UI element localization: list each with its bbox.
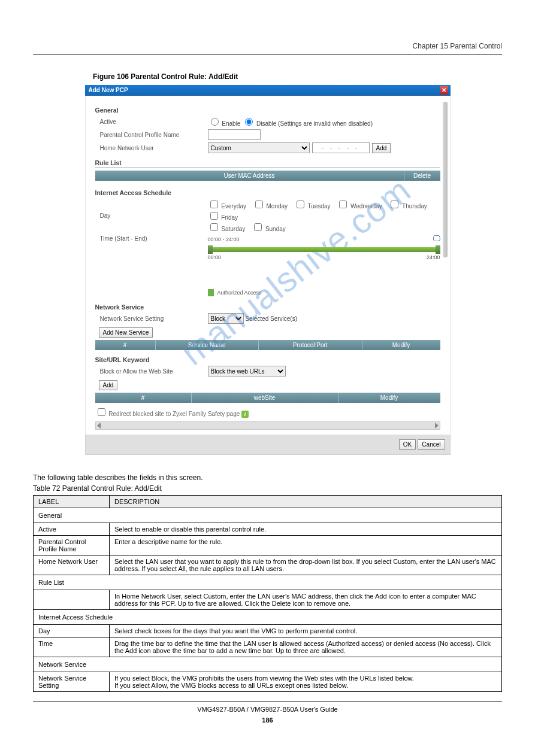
service-setting-select[interactable]: Block <box>208 313 244 324</box>
time-handle-right[interactable] <box>436 245 440 254</box>
home-user-select[interactable]: Custom <box>208 142 310 153</box>
profile-name-label: Parental Control Profile Name <box>95 132 208 138</box>
active-enable-radio[interactable] <box>211 118 219 126</box>
cancel-button[interactable]: Cancel <box>418 439 445 450</box>
top-rule <box>33 54 502 54</box>
scroll-left-icon[interactable] <box>97 423 101 429</box>
day-sunday-checkbox[interactable] <box>254 223 262 231</box>
section-rule-list: Rule List <box>95 159 440 168</box>
section-schedule: Internet Access Schedule <box>95 189 440 196</box>
scrollbar-thumb[interactable] <box>443 102 448 257</box>
time-track <box>208 247 440 252</box>
time-label: Time (Start - End) <box>95 235 208 242</box>
redirect-checkbox[interactable] <box>98 408 105 416</box>
figure-caption: Figure 106 Parental Control Rule: Add/Ed… <box>93 72 502 81</box>
block-allow-label: Block or Allow the Web Site <box>95 368 208 375</box>
row-home-user: Home Network User Custom Add <box>95 142 440 153</box>
dialog-footer: OK Cancel <box>85 435 451 455</box>
active-label: Active <box>95 119 208 125</box>
info-icon[interactable]: i <box>241 411 249 418</box>
add-timebar-icon[interactable]: 🖵 <box>433 234 440 243</box>
row-day: Day Everyday Monday Tuesday Wednesday Th… <box>95 199 440 233</box>
day-thursday-checkbox[interactable] <box>391 201 398 208</box>
scroll-right-icon[interactable] <box>435 423 439 429</box>
row-time: Time (Start - End) 00:00 - 24:00 🖵 00:00… <box>95 235 440 296</box>
profile-name-input[interactable] <box>208 129 261 140</box>
service-th-modify: Modify <box>362 340 440 350</box>
active-enable-text: Enable <box>222 120 240 127</box>
row-service-setting: Network Service Setting Block Selected S… <box>95 313 440 324</box>
service-th-num: # <box>95 340 156 350</box>
auth-access-text: Authorized Access <box>217 290 262 296</box>
close-icon[interactable]: ✕ <box>440 86 448 95</box>
site-th-modify: Modify <box>338 393 440 403</box>
dialog-title: Add New PCP <box>89 87 128 93</box>
bottom-rule <box>33 702 502 702</box>
th-label: LABEL <box>34 496 110 508</box>
description-table: LABEL DESCRIPTION General ActiveSelect t… <box>33 495 502 692</box>
row-section-service: Network Service <box>34 657 502 672</box>
horizontal-scrollbar[interactable] <box>95 421 440 430</box>
block-allow-select[interactable]: Block the web URLs <box>208 366 286 377</box>
row-time-c1: Time <box>34 637 110 657</box>
table-caption: Table 72 Parental Control Rule: Add/Edit <box>33 484 502 493</box>
day-tuesday-checkbox[interactable] <box>297 201 304 208</box>
row-rulelist-c2: In Home Network User, select Custom, ent… <box>110 590 502 610</box>
row-day-c1: Day <box>34 625 110 637</box>
active-disable-radio[interactable] <box>245 118 253 126</box>
row-block-allow: Block or Allow the Web Site Block the we… <box>95 366 440 377</box>
section-site-url: Site/URL Keyword <box>95 356 440 363</box>
section-general: General <box>95 107 440 114</box>
rule-list-th-delete: Delete <box>404 171 440 181</box>
row-profile-c2: Enter a descriptive name for the rule. <box>110 536 502 555</box>
footer-title: VMG4927-B50A / VMG9827-B50A User's Guide <box>197 706 337 713</box>
day-saturday-checkbox[interactable] <box>210 223 218 231</box>
day-saturday: Saturday <box>221 226 245 232</box>
row-section-rulelist: Rule List <box>34 575 502 590</box>
ok-button[interactable]: OK <box>399 439 416 450</box>
dialog: Add New PCP ✕ manualshive.com General Ac… <box>84 84 451 456</box>
page-number: 186 <box>262 716 273 724</box>
row-active-c2: Select to enable or disable this parenta… <box>110 523 502 536</box>
day-friday-checkbox[interactable] <box>210 212 218 220</box>
service-setting-suffix: Selected Service(s) <box>245 315 297 322</box>
service-th-name: Service Name <box>156 340 259 350</box>
add-mac-button[interactable]: Add <box>372 143 391 153</box>
th-description: DESCRIPTION <box>110 496 502 508</box>
authorized-access-legend: Authorized Access <box>208 289 440 296</box>
day-tuesday: Tuesday <box>308 203 331 210</box>
add-url-button[interactable]: Add <box>99 380 118 390</box>
day-label: Day <box>95 212 208 219</box>
home-user-label: Home Network User <box>95 145 208 151</box>
row-section-general: General <box>34 508 502 523</box>
site-table-header: # webSite Modify <box>95 393 440 403</box>
day-monday-checkbox[interactable] <box>255 201 263 208</box>
dialog-titlebar: Add New PCP ✕ <box>85 85 451 96</box>
day-everyday: Everyday <box>221 203 246 210</box>
service-th-protocol: Protocol:Port <box>259 340 362 350</box>
time-handle-left[interactable] <box>208 245 213 254</box>
day-wednesday-checkbox[interactable] <box>339 201 347 208</box>
active-disable-text: Disable (Settings are invalid when disab… <box>256 120 373 127</box>
rule-list-th-mac: User MAC Address <box>95 171 404 181</box>
chapter-heading: Chapter 15 Parental Control <box>33 42 502 50</box>
service-table-header: # Service Name Protocol:Port Modify <box>95 340 440 350</box>
mac-input[interactable] <box>312 142 370 153</box>
row-homeuser-c1: Home Network User <box>34 555 110 575</box>
row-time-c2: Drag the time bar to define the time tha… <box>110 637 502 657</box>
row-profile-name: Parental Control Profile Name <box>95 129 440 140</box>
row-rulelist-c1 <box>34 590 110 610</box>
table-description: The following table describes the fields… <box>33 473 502 482</box>
row-service-c2: If you select Block, the VMG prohibits t… <box>110 672 502 692</box>
add-new-service-button[interactable]: Add New Service <box>99 327 153 338</box>
site-th-num: # <box>95 393 192 403</box>
time-slider[interactable]: 00:00 - 24:00 🖵 00:00 24:00 <box>208 239 440 263</box>
time-start-text: 00:00 <box>208 254 222 260</box>
day-wednesday: Wednesday <box>350 203 382 210</box>
day-thursday: Thursday <box>402 203 427 210</box>
day-monday: Monday <box>267 203 288 210</box>
site-th-website: webSite <box>192 393 338 403</box>
service-setting-label: Network Service Setting <box>95 315 208 322</box>
redirect-row: Redirect blocked site to Zyxel Family Sa… <box>95 406 440 418</box>
day-everyday-checkbox[interactable] <box>210 201 218 208</box>
